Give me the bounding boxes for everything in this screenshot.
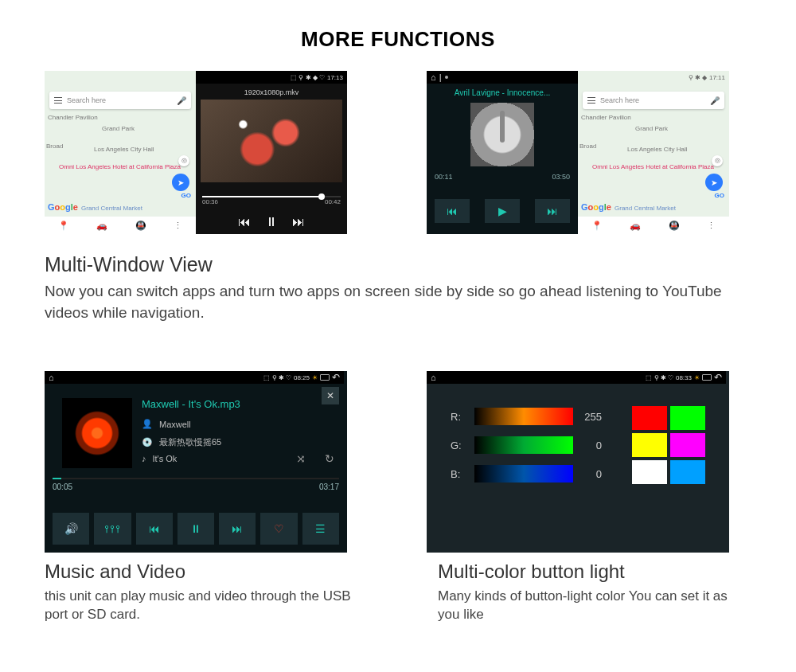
- artist-icon: 👤: [142, 419, 153, 429]
- g-slider[interactable]: [474, 436, 573, 454]
- play-icon[interactable]: ▶: [485, 199, 520, 223]
- next-icon[interactable]: ⏭: [219, 513, 256, 545]
- video-frame[interactable]: [201, 100, 342, 182]
- pause-icon[interactable]: ⏸: [265, 215, 278, 229]
- home-icon[interactable]: ⌂: [431, 72, 436, 82]
- favorite-icon[interactable]: ♡: [260, 513, 297, 545]
- equalizer-icon[interactable]: ⫯⫯⫯: [94, 513, 131, 545]
- transit-tab-icon[interactable]: 🚗: [630, 221, 641, 231]
- video-time-current: 00:36: [202, 198, 218, 205]
- swatch[interactable]: [632, 433, 667, 457]
- r-slider[interactable]: [474, 408, 573, 425]
- close-icon[interactable]: ✕: [322, 387, 339, 404]
- google-logo: Google: [48, 202, 78, 212]
- shuffle-icon[interactable]: ⤨: [296, 452, 306, 465]
- locate-icon[interactable]: ◎: [712, 155, 723, 166]
- song-icon: ♪: [142, 454, 146, 463]
- transit-tab-icon[interactable]: 🚗: [96, 221, 107, 231]
- swatch[interactable]: [632, 460, 667, 484]
- screenshot-multiwindow-music: ⌂| Avril Lavigne - Innocence... 00:11 03…: [427, 71, 729, 234]
- recents-icon[interactable]: [702, 374, 712, 381]
- pause-icon[interactable]: ⏸: [178, 513, 214, 545]
- status-bar: ⌂|: [427, 71, 578, 84]
- map-poi: Omni Los Angeles Hotel at California Pla…: [592, 163, 672, 170]
- prev-icon[interactable]: ⏮: [136, 513, 173, 545]
- section-body: Many kinds of button-light color You can…: [438, 588, 751, 624]
- album-icon: 💿: [142, 437, 153, 447]
- status-bar: ⬚ ⚲ ✱ ◆ ♡ 17:13: [196, 71, 347, 84]
- home-icon[interactable]: ⌂: [431, 373, 436, 382]
- train-tab-icon[interactable]: 🚇: [669, 221, 680, 231]
- hamburger-icon[interactable]: [587, 97, 595, 104]
- map-poi: Broad: [46, 143, 63, 150]
- map-poi: Los Angeles City Hall: [94, 146, 154, 153]
- train-tab-icon[interactable]: 🚇: [135, 221, 146, 231]
- back-icon[interactable]: ↶: [714, 372, 722, 383]
- prev-icon[interactable]: ⏮: [238, 215, 251, 229]
- section-body: this unit can play music and video throu…: [45, 588, 358, 624]
- mic-icon[interactable]: 🎤: [710, 96, 720, 105]
- status-bar: ⌂ ⬚ ⚲ ✱ ♡ 08:33 ☀ ↶: [427, 371, 726, 384]
- video-filename: 1920x1080p.mkv: [196, 88, 347, 96]
- next-icon[interactable]: ⏭: [292, 215, 305, 229]
- screenshot-music-player: ⌂ ⬚ ⚲ ✱ ♡ 08:25 ☀ ↶ Maxwell - It's Ok.mp…: [45, 371, 347, 553]
- map-pane: Search here 🎤 Chandler Pavilion Grand Pa…: [45, 71, 196, 234]
- home-icon[interactable]: ⌂: [49, 373, 54, 382]
- status-time: 17:13: [327, 74, 343, 81]
- r-label: R:: [451, 411, 468, 423]
- recents-icon[interactable]: [320, 374, 330, 381]
- hamburger-icon[interactable]: [54, 97, 62, 104]
- location-tab-icon[interactable]: 📍: [58, 221, 69, 231]
- progress-bar[interactable]: [53, 478, 339, 479]
- status-time: 08:25: [294, 374, 310, 381]
- go-button[interactable]: [172, 174, 189, 191]
- search-placeholder: Search here: [600, 96, 639, 104]
- location-tab-icon[interactable]: 📍: [591, 221, 603, 231]
- mic-icon[interactable]: 🎤: [177, 96, 186, 105]
- locate-icon[interactable]: ◎: [178, 155, 189, 166]
- playlist-icon[interactable]: ☰: [302, 513, 339, 545]
- next-icon[interactable]: ⏭: [535, 199, 570, 223]
- more-icon[interactable]: ⋮: [174, 221, 182, 231]
- map-pane: ⚲ ✱ ◆ 17:11 Search here 🎤 Chandler Pavil…: [578, 71, 729, 234]
- b-slider[interactable]: [474, 465, 573, 483]
- track-title: Maxwell - It's Ok.mp3: [142, 398, 240, 410]
- volume-icon[interactable]: 🔊: [53, 513, 89, 545]
- map-poi: Broad: [579, 143, 596, 150]
- page-title: MORE FUNCTIONS: [0, 0, 796, 71]
- brightness-icon[interactable]: ☀: [694, 374, 700, 381]
- swatch[interactable]: [670, 406, 705, 430]
- repeat-icon[interactable]: ↻: [325, 452, 334, 465]
- section-button-light: Multi-color button light Many kinds of b…: [438, 561, 751, 624]
- section-multiwindow: Multi-Window View Now you can switch app…: [0, 244, 796, 323]
- back-icon[interactable]: ↶: [332, 372, 340, 383]
- b-label: B:: [451, 468, 468, 480]
- swatch[interactable]: [670, 433, 705, 457]
- prev-icon[interactable]: ⏮: [435, 199, 470, 223]
- swatch[interactable]: [670, 460, 705, 484]
- map-poi: Grand Central Market: [615, 205, 676, 212]
- more-icon[interactable]: ⋮: [707, 221, 716, 231]
- section-music-video: Music and Video this unit can play music…: [45, 561, 358, 624]
- r-value: 255: [579, 411, 602, 423]
- screenshot-rgb-picker: ⌂ ⬚ ⚲ ✱ ♡ 08:33 ☀ ↶ R: 255 G: 0 B: 0: [427, 371, 729, 553]
- go-button[interactable]: [705, 174, 723, 191]
- brightness-icon[interactable]: ☀: [312, 374, 318, 381]
- swatch[interactable]: [632, 406, 667, 430]
- screenshot-multiwindow-video: Search here 🎤 Chandler Pavilion Grand Pa…: [45, 71, 347, 234]
- song: It's Ok: [153, 454, 178, 463]
- section-heading: Multi-Window View: [45, 253, 751, 276]
- map-poi: Grand Central Market: [81, 205, 142, 212]
- map-poi: Grand Park: [635, 125, 668, 132]
- map-search-bar[interactable]: Search here 🎤: [583, 92, 724, 109]
- track-title: Avril Lavigne - Innocence...: [435, 88, 570, 97]
- music-pane: ⌂| Avril Lavigne - Innocence... 00:11 03…: [427, 71, 578, 234]
- g-value: 0: [579, 440, 602, 451]
- album-art: [470, 103, 534, 166]
- map-search-bar[interactable]: Search here 🎤: [49, 92, 191, 109]
- status-bar: ⌂ ⬚ ⚲ ✱ ♡ 08:25 ☀ ↶: [45, 371, 344, 384]
- time-current: 00:05: [53, 483, 72, 491]
- video-pane: ⬚ ⚲ ✱ ◆ ♡ 17:13 1920x1080p.mkv 00:36 00:…: [196, 71, 347, 234]
- google-logo: Google: [581, 202, 611, 212]
- video-progress[interactable]: [202, 196, 341, 197]
